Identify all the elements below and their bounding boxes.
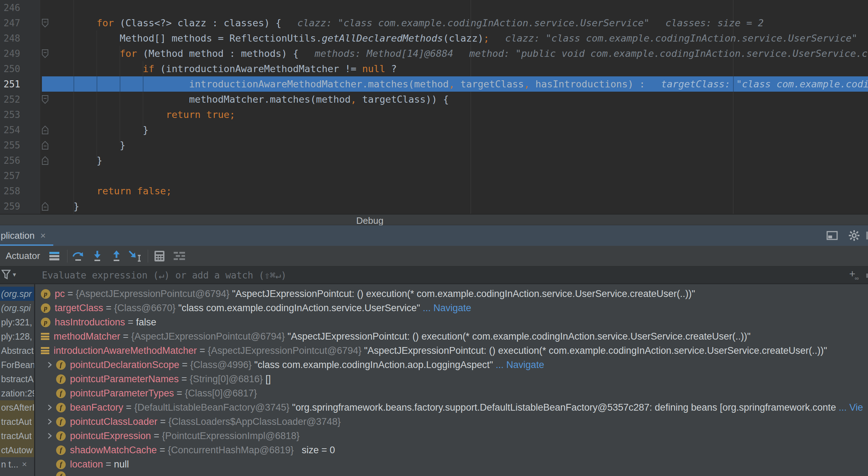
code-line[interactable]: for (Method method : methods) {: [50, 46, 299, 61]
code-editor[interactable]: 246247 for (Class<?> clazz : classes) {c…: [0, 0, 868, 214]
code-line[interactable]: }: [50, 153, 102, 168]
code-line[interactable]: for (Class<?> clazz : classes) {: [50, 15, 281, 31]
settings-gear-icon[interactable]: [848, 229, 860, 242]
code-line[interactable]: methodMatcher.matches(method, targetClas…: [50, 92, 449, 107]
frame-label: ctAutow: [1, 445, 33, 455]
code-line[interactable]: if (introductionAwareMethodMatcher != nu…: [50, 61, 397, 76]
editor-line[interactable]: 251 introductionAwareMethodMatcher.match…: [0, 76, 868, 92]
expand-chevron-icon[interactable]: [43, 404, 56, 411]
run-to-cursor-button[interactable]: [127, 248, 143, 264]
fold-marker-icon[interactable]: [40, 18, 50, 28]
step-over-button[interactable]: [70, 248, 86, 264]
editor-line[interactable]: 253 return true;: [0, 107, 868, 122]
frames-filter-funnel-icon[interactable]: [1, 269, 11, 280]
frame-row[interactable]: tractAut: [0, 429, 34, 443]
frame-row[interactable]: zation:29: [0, 386, 34, 400]
variable-name: hasIntroductions: [55, 317, 125, 328]
code-line[interactable]: }: [50, 122, 148, 137]
variable-row[interactable]: fpointcutDeclarationScope = {Class@4996}…: [35, 358, 868, 372]
step-into-button[interactable]: [89, 248, 105, 264]
frame-row[interactable]: Abstract: [0, 344, 34, 358]
add-watch-button[interactable]: +∞: [849, 269, 859, 281]
editor-line[interactable]: 246: [0, 0, 868, 15]
trace-stream-icon[interactable]: [172, 248, 187, 264]
variable-row[interactable]: fbeanFactory = {DefaultListableBeanFacto…: [35, 400, 868, 415]
code-line[interactable]: Method[] methods = ReflectionUtils.getAl…: [50, 31, 489, 46]
code-line[interactable]: introductionAwareMethodMatcher.matches(m…: [50, 76, 645, 92]
editor-line[interactable]: 259 }: [0, 199, 868, 214]
variable-row[interactable]: phasIntroductions = false: [35, 315, 868, 329]
editor-line[interactable]: 255 }: [0, 137, 868, 153]
frame-row[interactable]: n t...×: [0, 457, 34, 471]
threads-view-icon[interactable]: [47, 248, 62, 264]
variable-row[interactable]: fshadowMatchCache = {ConcurrentHashMap@6…: [35, 443, 868, 457]
variable-row[interactable]: fpointcutExpression = {PointcutExpressio…: [35, 429, 868, 443]
frame-row[interactable]: ply:321,: [0, 315, 34, 329]
code-line[interactable]: }: [50, 199, 79, 214]
variable-type-ref: {AspectJExpressionPointcut@6794}: [208, 345, 364, 356]
frame-row[interactable]: (org.spr: [0, 287, 34, 301]
variable-row[interactable]: f: [35, 471, 868, 476]
code-line[interactable]: return true;: [50, 107, 235, 122]
editor-line[interactable]: 250 if (introductionAwareMethodMatcher !…: [0, 61, 868, 76]
editor-line[interactable]: 258 return false;: [0, 183, 868, 199]
editor-line[interactable]: 247 for (Class<?> clazz : classes) {claz…: [0, 15, 868, 31]
expand-chevron-icon[interactable]: [43, 432, 56, 439]
restore-layout-icon[interactable]: [826, 230, 838, 241]
evaluate-expression-icon[interactable]: [152, 248, 167, 264]
navigate-link[interactable]: ... Navigate: [493, 359, 544, 370]
variable-row[interactable]: ptargetClass = {Class@6670} "class com.e…: [35, 301, 868, 315]
variable-row[interactable]: introductionAwareMethodMatcher = {Aspect…: [35, 344, 868, 358]
frame-row[interactable]: tractAut: [0, 415, 34, 429]
variable-row[interactable]: fpointcutClassLoader = {ClassLoaders$App…: [35, 415, 868, 429]
frames-list[interactable]: (org.spr(org.spiply:321,ply:128,Abstract…: [0, 284, 34, 476]
frame-tab-close-icon[interactable]: ×: [22, 459, 27, 469]
variable-row[interactable]: flocation = null: [35, 457, 868, 471]
tab-close-icon[interactable]: ×: [40, 230, 45, 241]
expand-chevron-icon[interactable]: [43, 361, 56, 368]
navigate-link[interactable]: ... Navigate: [420, 303, 471, 314]
evaluate-expression-input[interactable]: [41, 266, 717, 284]
step-out-button[interactable]: [109, 248, 124, 264]
editor-line[interactable]: 252 methodMatcher.matches(method, target…: [0, 92, 868, 107]
variable-row[interactable]: fpointcutParameterNames = {String[0]@681…: [35, 372, 868, 386]
frame-row[interactable]: ply:128,: [0, 329, 34, 344]
code-line[interactable]: return false;: [50, 183, 172, 199]
tab-application-label: plication: [1, 230, 34, 241]
editor-line[interactable]: 249 for (Method method : methods) {metho…: [0, 46, 868, 61]
frame-row[interactable]: bstractA: [0, 372, 34, 386]
frame-label: (org.spr: [1, 289, 32, 299]
variable-value: []: [265, 374, 271, 385]
fold-marker-icon[interactable]: [40, 94, 50, 104]
navigate-link[interactable]: ... Vie: [836, 402, 863, 413]
filter-dropdown-icon[interactable]: ▾: [13, 271, 16, 278]
variables-tree[interactable]: ppc = {AspectJExpressionPointcut@6794} "…: [35, 284, 868, 476]
field-icon: f: [56, 374, 66, 384]
editor-line[interactable]: 256 }: [0, 153, 868, 168]
tab-actuator-label[interactable]: Actuator: [6, 250, 40, 261]
frame-row[interactable]: ctAutow: [0, 443, 34, 457]
debugger-toolbar: Actuator: [0, 246, 868, 266]
variable-value: "class com.example.codingInAction.servic…: [178, 303, 420, 314]
fold-marker-icon[interactable]: [40, 156, 50, 166]
tab-application[interactable]: plication ×: [0, 225, 51, 246]
frame-row[interactable]: ForBean: [0, 358, 34, 372]
variable-row[interactable]: fpointcutParameterTypes = {Class[0]@6817…: [35, 386, 868, 400]
field-icon: f: [56, 403, 66, 412]
debug-toolwindow-header[interactable]: Debug: [0, 214, 868, 225]
editor-line[interactable]: 254 }: [0, 122, 868, 137]
variable-row[interactable]: ppc = {AspectJExpressionPointcut@6794} "…: [35, 287, 868, 301]
fold-marker-icon[interactable]: [40, 125, 50, 135]
editor-line[interactable]: 248 Method[] methods = ReflectionUtils.g…: [0, 31, 868, 46]
fold-marker-icon[interactable]: [40, 140, 50, 150]
frame-row[interactable]: orsAfterI: [0, 400, 34, 415]
code-line[interactable]: }: [50, 137, 125, 153]
watch-value-icon: [41, 332, 49, 341]
frame-row[interactable]: (org.spi: [0, 301, 34, 315]
fold-marker-icon[interactable]: [40, 201, 50, 211]
expand-chevron-icon[interactable]: [43, 418, 56, 425]
variable-row[interactable]: methodMatcher = {AspectJExpressionPointc…: [35, 329, 868, 344]
fold-marker-icon[interactable]: [40, 49, 50, 59]
editor-lines: 246247 for (Class<?> clazz : classes) {c…: [0, 0, 868, 214]
editor-line[interactable]: 257: [0, 168, 868, 183]
